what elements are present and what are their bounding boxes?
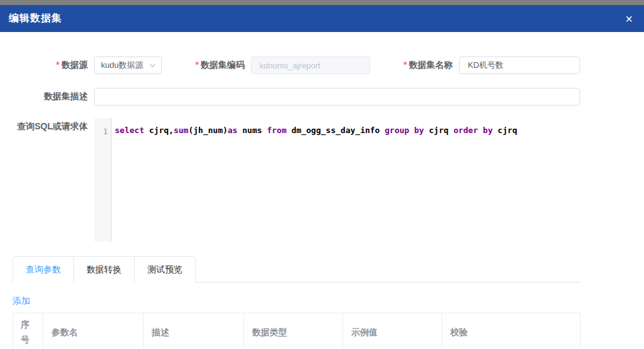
col-header-param-name: 参数名 bbox=[43, 313, 144, 349]
tab-bar: 查询参数 数据转换 测试预览 bbox=[13, 256, 580, 282]
sql-label: 查询SQL或请求体 bbox=[13, 118, 94, 242]
line-number: 1 bbox=[103, 127, 108, 136]
tab-query-params[interactable]: 查询参数 bbox=[13, 257, 73, 283]
tabs-nav: 查询参数 数据转换 测试预览 bbox=[13, 256, 196, 282]
col-header-description: 描述 bbox=[144, 313, 244, 349]
chevron-down-icon bbox=[149, 62, 156, 69]
datasource-select[interactable]: kudu数据源 bbox=[94, 56, 162, 74]
modal-title: 编辑数据集 bbox=[9, 12, 62, 25]
modal-body: *数据源 kudu数据源 *数据集编码 *数据集名称 数据集描述 查询SQL或请… bbox=[13, 56, 580, 349]
form-row-2: 数据集描述 bbox=[13, 88, 580, 105]
col-header-data-type: 数据类型 bbox=[244, 313, 343, 349]
params-table: 序号 参数名 描述 数据类型 示例值 校验 bbox=[13, 313, 581, 349]
form-row-1: *数据源 kudu数据源 *数据集编码 *数据集名称 bbox=[13, 56, 580, 74]
sql-code-area: select cjrq,sum(jh_num)as nums from dm_o… bbox=[112, 118, 580, 242]
dataset-code-input bbox=[251, 56, 370, 74]
tab-test-preview[interactable]: 测试预览 bbox=[134, 257, 195, 282]
datasource-label: *数据源 bbox=[13, 60, 94, 71]
modal-header: 编辑数据集 × bbox=[0, 5, 644, 32]
desktop-top-strip bbox=[0, 0, 644, 5]
dataset-name-input[interactable] bbox=[459, 56, 580, 74]
col-header-validation: 校验 bbox=[442, 313, 581, 349]
sql-code-line: select cjrq,sum(jh_num)as nums from dm_o… bbox=[115, 125, 580, 136]
dataset-code-label: *数据集编码 bbox=[162, 60, 251, 71]
add-param-link[interactable]: 添加 bbox=[13, 296, 30, 307]
dataset-name-label: *数据集名称 bbox=[370, 60, 459, 71]
required-mark: * bbox=[56, 60, 60, 70]
sql-editor[interactable]: 1 select cjrq,sum(jh_num)as nums from dm… bbox=[94, 118, 580, 242]
params-table-header-row: 序号 参数名 描述 数据类型 示例值 校验 bbox=[13, 313, 581, 349]
required-mark: * bbox=[196, 60, 199, 70]
col-header-index: 序号 bbox=[13, 313, 43, 349]
sql-editor-gutter: 1 bbox=[94, 118, 112, 242]
close-icon[interactable]: × bbox=[625, 13, 633, 25]
datasource-select-value: kudu数据源 bbox=[101, 60, 149, 71]
dataset-desc-input[interactable] bbox=[94, 88, 580, 105]
col-header-example-value: 示例值 bbox=[343, 313, 442, 349]
dataset-desc-label: 数据集描述 bbox=[13, 91, 94, 102]
required-mark: * bbox=[404, 60, 407, 70]
sql-section: 查询SQL或请求体 1 select cjrq,sum(jh_num)as nu… bbox=[13, 118, 580, 242]
tab-data-transform[interactable]: 数据转换 bbox=[73, 257, 134, 282]
